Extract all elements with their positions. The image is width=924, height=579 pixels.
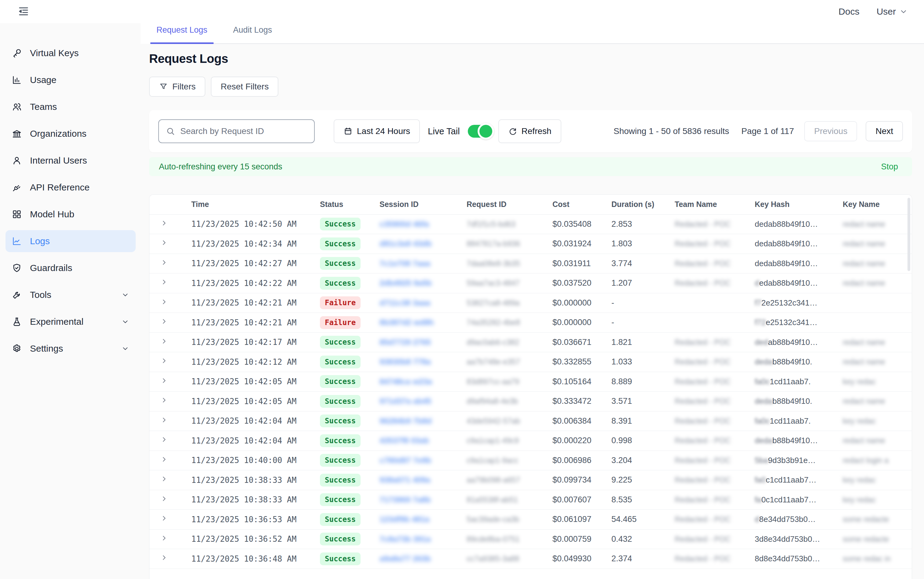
live-tail-toggle[interactable]	[468, 125, 492, 137]
cell-request-id: 7df1f1c5-bd63	[462, 214, 548, 234]
filters-toolbar: Filters Reset Filters	[149, 77, 912, 97]
table-row[interactable]: 11/23/2025 10:42:17 AM Success 85d7729 2…	[149, 332, 912, 352]
search-input[interactable]	[180, 126, 307, 136]
expand-row-chevron-icon[interactable]	[160, 456, 168, 465]
docs-link[interactable]: Docs	[839, 7, 859, 17]
previous-page-button[interactable]: Previous	[804, 121, 857, 141]
status-badge: Success	[320, 277, 361, 290]
expand-row-chevron-icon[interactable]	[160, 318, 168, 327]
expand-row-chevron-icon[interactable]	[160, 554, 168, 564]
session-id-link[interactable]: 8b387d2 wd8h	[379, 318, 434, 327]
sidebar-item-teams[interactable]: Teams	[5, 96, 136, 118]
expand-row-chevron-icon[interactable]	[160, 417, 168, 426]
expand-row-chevron-icon[interactable]	[160, 358, 168, 367]
cell-key-hash: fa0c1cd11aab7.	[750, 411, 838, 431]
chevron-down-icon	[121, 317, 130, 326]
table-row[interactable]: 11/23/2025 10:38:33 AM Success 938a071 4…	[149, 470, 912, 490]
table-row[interactable]: 11/23/2025 10:42:04 AM Success 96284b9 7…	[149, 411, 912, 431]
header-team-name: Team Name	[670, 195, 750, 214]
expand-row-chevron-icon[interactable]	[160, 535, 168, 544]
next-page-button[interactable]: Next	[866, 121, 903, 141]
cell-session-id: 938a071 409a	[374, 470, 462, 490]
cell-duration: 8.889	[607, 372, 670, 392]
table-row[interactable]: 11/23/2025 10:42:05 AM Success 84748ca w…	[149, 372, 912, 392]
cell-status: Success	[315, 392, 374, 411]
sidebar-item-model-hub[interactable]: Model Hub	[5, 203, 136, 225]
reset-filters-button[interactable]: Reset Filters	[211, 77, 278, 97]
sidebar-item-virtual-keys[interactable]: Virtual Keys	[5, 42, 136, 64]
sidebar-item-api-reference[interactable]: API Reference	[5, 177, 136, 198]
sidebar-item-tools[interactable]: Tools	[5, 284, 136, 306]
expand-row-chevron-icon[interactable]	[160, 259, 168, 268]
cell-time: 11/23/2025 10:42:12 AM	[177, 352, 315, 372]
expand-row-chevron-icon[interactable]	[160, 378, 168, 387]
session-id-link[interactable]: 84748ca w23a	[379, 377, 432, 386]
expand-row-chevron-icon[interactable]	[160, 437, 168, 446]
expand-row-chevron-icon[interactable]	[160, 338, 168, 347]
stop-auto-refresh-link[interactable]: Stop	[881, 162, 898, 172]
sidebar-item-usage[interactable]: Usage	[5, 69, 136, 91]
table-row[interactable]: 11/23/2025 10:40:00 AM Success c780d87 7…	[149, 450, 912, 470]
cell-time: 11/23/2025 10:36:52 AM	[177, 529, 315, 549]
session-id-link[interactable]: 93830b8 778a	[379, 357, 431, 366]
cell-session-id: a9a8a77 263b	[374, 549, 462, 569]
table-row[interactable]: 11/23/2025 10:42:21 AM Failure d711c38 3…	[149, 293, 912, 313]
session-id-link[interactable]: 7c8a73b 391a	[379, 535, 431, 544]
cell-team-name: Redacted - POC	[670, 510, 750, 530]
table-row[interactable]: 11/23/2025 10:36:52 AM Success 7c8a73b 3…	[149, 529, 912, 549]
session-id-link[interactable]: a9a8a77 263b	[379, 554, 431, 563]
sidebar-item-organizations[interactable]: Organizations	[5, 123, 136, 145]
expand-row-chevron-icon[interactable]	[160, 397, 168, 406]
session-id-link[interactable]: c35900d 46fa	[379, 219, 429, 229]
sidebar-item-guardrails[interactable]: Guardrails	[5, 257, 136, 279]
sidebar-item-logs[interactable]: Logs	[5, 230, 136, 252]
session-id-link[interactable]: 123df9b 481a	[379, 515, 429, 524]
table-row[interactable]: 11/23/2025 10:42:34 AM Success d81c3a9 4…	[149, 234, 912, 254]
table-row[interactable]: 11/23/2025 10:42:21 AM Failure 8b387d2 w…	[149, 313, 912, 333]
session-id-link[interactable]: 971d37a ab45	[379, 396, 431, 406]
expand-row-chevron-icon[interactable]	[160, 279, 168, 288]
tab-audit-logs[interactable]: Audit Logs	[231, 25, 274, 44]
table-row[interactable]: 11/23/2025 10:42:50 AM Success c35900d 4…	[149, 214, 912, 234]
table-row[interactable]: 11/23/2025 10:42:05 AM Success 971d37a a…	[149, 392, 912, 411]
time-range-button[interactable]: Last 24 Hours	[334, 119, 420, 143]
table-row[interactable]: 11/23/2025 10:38:33 AM Success 7173969 7…	[149, 490, 912, 510]
table-row[interactable]: 11/23/2025 10:42:27 AM Success 7c1e708 7…	[149, 254, 912, 273]
session-id-link[interactable]: 7173969 7a8b	[379, 495, 431, 504]
session-id-link[interactable]: d81c3a9 43db	[379, 239, 432, 248]
filters-button[interactable]: Filters	[149, 77, 205, 97]
cell-key-hash: 3d8e34dd753b0…	[750, 529, 838, 549]
request-id-search[interactable]	[158, 119, 315, 143]
sidebar-collapse-button[interactable]	[17, 5, 31, 19]
table-row[interactable]: 11/23/2025 10:42:04 AM Success 43537f8 0…	[149, 431, 912, 451]
table-row[interactable]: 11/23/2025 10:36:48 AM Success a9a8a77 2…	[149, 549, 912, 569]
session-id-link[interactable]: d711c38 3aaa	[379, 298, 430, 307]
expand-row-chevron-icon[interactable]	[160, 476, 168, 485]
session-id-link[interactable]: 43537f8 03ab	[379, 436, 429, 445]
expand-row-chevron-icon[interactable]	[160, 220, 168, 229]
expand-row-chevron-icon[interactable]	[160, 240, 168, 249]
session-id-link[interactable]: 938a071 409a	[379, 475, 430, 484]
session-id-link[interactable]: 96284b9 7b8d	[379, 416, 432, 425]
sidebar-item-settings[interactable]: Settings	[5, 338, 136, 360]
session-id-link[interactable]: 85d7729 2765	[379, 338, 431, 347]
expand-row-chevron-icon[interactable]	[160, 496, 168, 505]
status-badge: Success	[320, 218, 361, 231]
cell-key-name: some redacte	[838, 510, 912, 530]
sidebar-item-internal-users[interactable]: Internal Users	[5, 150, 136, 172]
expand-row-chevron-icon[interactable]	[160, 299, 168, 308]
session-id-link[interactable]: 2db4925 9a5b	[379, 278, 432, 288]
table-scrollbar-thumb[interactable]	[908, 198, 910, 271]
cell-duration: 2.374	[607, 549, 670, 569]
sidebar-item-experimental[interactable]: Experimental	[5, 311, 136, 333]
cell-status: Success	[315, 214, 374, 234]
session-id-link[interactable]: 7c1e708 7aaa	[379, 259, 430, 268]
refresh-button[interactable]: Refresh	[498, 119, 561, 143]
tab-request-logs[interactable]: Request Logs	[154, 25, 209, 44]
table-row[interactable]: 11/23/2025 10:36:53 AM Success 123df9b 4…	[149, 510, 912, 530]
user-menu[interactable]: User	[876, 7, 908, 17]
expand-row-chevron-icon[interactable]	[160, 515, 168, 524]
table-row[interactable]: 11/23/2025 10:42:12 AM Success 93830b8 7…	[149, 352, 912, 372]
session-id-link[interactable]: c780d87 7e9b	[379, 456, 431, 465]
table-row[interactable]: 11/23/2025 10:42:22 AM Success 2db4925 9…	[149, 273, 912, 293]
